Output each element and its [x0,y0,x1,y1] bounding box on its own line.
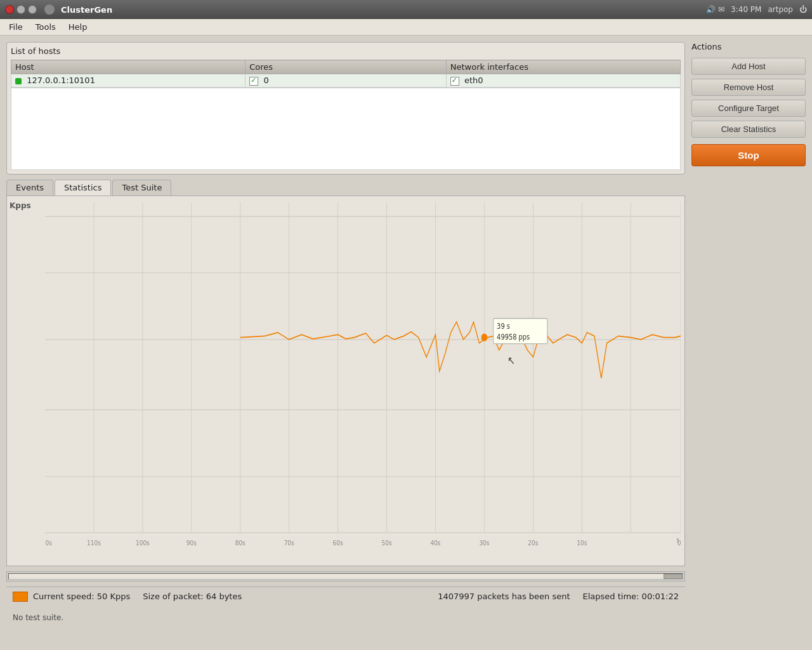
configure-target-button[interactable]: Configure Target [691,100,806,117]
interface-checkbox [450,77,459,86]
svg-text:70s: 70s [284,539,294,547]
interface-value: eth0 [464,76,483,85]
main-content: List of hosts Host Cores Network interfa… [0,36,812,631]
host-table: Host Cores Network interfaces 127.0.0.1:… [11,60,681,88]
system-icons: 🔊 ✉ [706,5,724,14]
bottom-note: No test suite. [6,611,685,625]
svg-text:39 s: 39 s [497,322,510,331]
right-panel: Actions Add Host Remove Host Configure T… [691,42,806,625]
status-right: 1407997 packets has been sent Elapsed ti… [438,592,679,601]
add-host-button[interactable]: Add Host [691,58,806,75]
svg-text:110s: 110s [87,539,101,547]
svg-text:30s: 30s [479,539,489,547]
scrollbar-track[interactable] [8,573,683,580]
chart-svg: 80.0kpps 64.0kpps 48.0kpps 32.0kpps 16.0… [45,202,681,547]
packets-sent: 1407997 packets has been sent [438,592,570,601]
y-axis-label: Kpps [10,201,31,210]
table-row[interactable]: 127.0.0.1:10101 0 eth0 [11,74,681,88]
svg-text:50s: 50s [382,539,392,547]
power-icon[interactable]: ⏻ [799,5,807,14]
menubar: File Tools Help [0,19,812,36]
cores-checkbox [249,77,258,86]
svg-text:80s: 80s [235,539,246,547]
left-panel: List of hosts Host Cores Network interfa… [6,42,685,625]
tabs-section: Events Statistics Test Suite Kpps [6,180,685,567]
user-name: artpop [768,5,793,14]
titlebar: ClusterGen 🔊 ✉ 3:40 PM artpop ⏻ [0,0,812,19]
stop-button[interactable]: Stop [691,144,806,166]
svg-text:90s: 90s [187,539,197,547]
svg-text:49958 pps: 49958 pps [497,332,530,341]
host-status-dot [15,78,22,84]
menu-tools[interactable]: Tools [29,21,62,33]
chart-scrollbar[interactable] [6,571,685,581]
host-list-section: List of hosts Host Cores Network interfa… [6,42,685,175]
window-controls[interactable] [5,5,37,14]
tab-events[interactable]: Events [6,180,53,196]
tab-bar: Events Statistics Test Suite [6,180,685,196]
svg-text:40s: 40s [431,539,441,547]
host-list-title: List of hosts [11,46,681,56]
col-host: Host [11,60,246,74]
tab-statistics[interactable]: Statistics [55,180,111,196]
svg-text:10s: 10s [577,539,587,547]
minimize-button[interactable] [16,5,25,14]
menu-file[interactable]: File [3,21,29,33]
host-address: 127.0.0.1:10101 [27,76,95,85]
svg-point-39 [481,334,487,341]
menu-help[interactable]: Help [62,21,94,33]
app-title: ClusterGen [61,5,112,15]
svg-text:100s: 100s [136,539,150,547]
remove-host-button[interactable]: Remove Host [691,79,806,96]
chart-container: Kpps 80.0kpps 64.0kpps 48.0kpps 32.0kpps [6,196,685,567]
svg-text:60s: 60s [333,539,343,547]
col-interfaces: Network interfaces [446,60,680,74]
svg-text:↖: ↖ [508,354,515,367]
host-empty-area [11,88,681,170]
packet-size: Size of packet: 64 bytes [143,592,242,601]
current-speed: Current speed: 50 Kpps [33,592,130,601]
cores-cell: 0 [246,74,447,88]
clock: 3:40 PM [731,5,761,14]
titlebar-right: 🔊 ✉ 3:40 PM artpop ⏻ [706,5,807,14]
svg-text:120s: 120s [45,539,52,547]
speed-indicator: Current speed: 50 Kpps [13,592,130,602]
interfaces-cell: eth0 [446,74,680,88]
tab-test-suite[interactable]: Test Suite [112,180,171,196]
app-icon [44,4,55,15]
status-bar: Current speed: 50 Kpps Size of packet: 6… [6,587,685,606]
clear-statistics-button[interactable]: Clear Statistics [691,121,806,138]
cores-value: 0 [263,76,268,85]
actions-title: Actions [691,42,806,51]
col-cores: Cores [246,60,447,74]
scrollbar-thumb[interactable] [664,574,683,579]
maximize-button[interactable] [28,5,37,14]
svg-text:20s: 20s [528,539,538,547]
host-cell: 127.0.0.1:10101 [11,74,246,88]
svg-text:t: t [677,536,679,543]
close-button[interactable] [5,5,14,14]
speed-color-box [13,592,28,602]
elapsed-time: Elapsed time: 00:01:22 [583,592,679,601]
